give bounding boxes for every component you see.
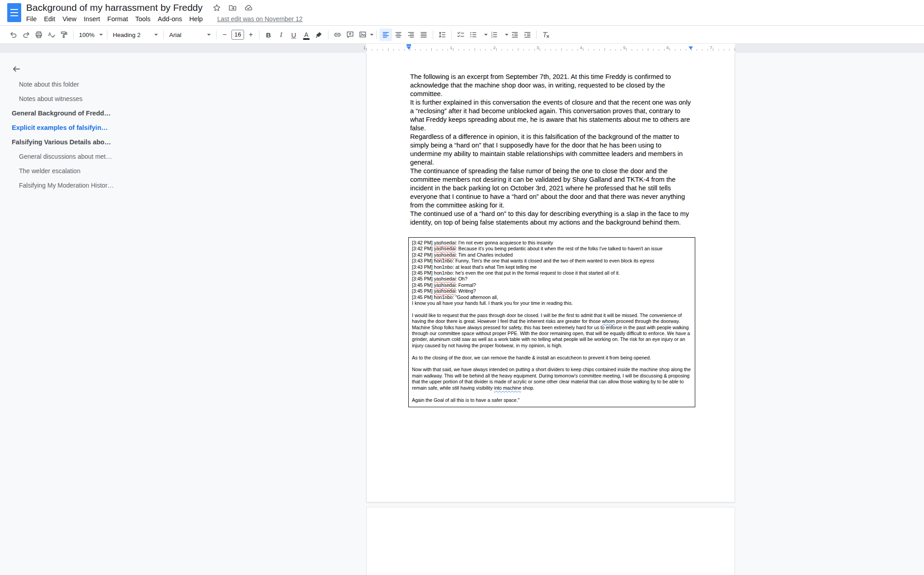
align-right-button[interactable] bbox=[405, 28, 417, 41]
menu-edit[interactable]: Edit bbox=[40, 14, 59, 23]
chat-line: [3:42 PM] yashsedai: I'm not ever gonna … bbox=[412, 240, 692, 246]
zoom-select[interactable]: 100% bbox=[76, 28, 104, 41]
chat-line: [3:42 PM] yashsedai: Because it's you be… bbox=[412, 246, 692, 252]
outline-item-falsifying-various-details-a[interactable]: Falsifying Various Details abo… bbox=[12, 138, 206, 147]
chevron-down-icon[interactable] bbox=[484, 34, 488, 36]
star-icon[interactable] bbox=[213, 4, 221, 12]
toolbar-separator bbox=[259, 30, 259, 39]
body-paragraph: The continuance of spreading the false r… bbox=[410, 167, 692, 210]
ruler-number: 1 bbox=[450, 45, 452, 50]
chat-text: : Tim and Charles included bbox=[456, 252, 513, 258]
clear-formatting-button[interactable] bbox=[540, 28, 552, 41]
back-arrow-icon bbox=[12, 64, 21, 74]
left-indent-marker[interactable] bbox=[407, 46, 411, 50]
document-page-1[interactable]: The following is an excerpt from Septemb… bbox=[366, 52, 735, 502]
bullet-list-button[interactable] bbox=[467, 28, 480, 41]
chat-text: [3:42 PM] bbox=[412, 252, 434, 258]
chat-line: I know you all have your hands full. I t… bbox=[412, 300, 692, 306]
chat-line: [3:45 PM] yashsedai: Oh? bbox=[412, 276, 692, 282]
outline-item-label: The welder escalation bbox=[19, 167, 80, 175]
toolbar-separator bbox=[451, 30, 452, 39]
chat-line: [3:43 PM] hon1nbo: Funny, Tim's the one … bbox=[412, 258, 692, 264]
outline-item-note-about-this-folder[interactable]: Note about this folder bbox=[12, 80, 206, 89]
docs-logo-icon[interactable] bbox=[7, 3, 21, 22]
misspelled-word: yashsedai bbox=[434, 246, 456, 251]
redo-button[interactable] bbox=[20, 28, 32, 41]
chevron-down-icon bbox=[154, 34, 158, 36]
menu-format[interactable]: Format bbox=[104, 14, 132, 23]
highlight-color-button[interactable] bbox=[313, 28, 325, 41]
outline-item-general-background-of-fredd-[interactable]: General Background of Fredd… bbox=[12, 109, 206, 118]
outline-item-explicit-examples-of-falsify[interactable]: Explicit examples of falsifyin… bbox=[12, 123, 206, 132]
chevron-down-icon bbox=[99, 34, 103, 36]
paint-format-button[interactable] bbox=[58, 28, 70, 41]
document-page-2[interactable] bbox=[366, 507, 735, 575]
ruler-number: 1 bbox=[363, 45, 365, 50]
body-paragraph: The following is an excerpt from Septemb… bbox=[410, 73, 692, 98]
print-button[interactable] bbox=[32, 28, 45, 41]
document-title[interactable]: Background of my harrassment by Freddy bbox=[26, 2, 203, 13]
line-spacing-button[interactable] bbox=[436, 28, 448, 41]
close-outline-button[interactable] bbox=[11, 64, 22, 74]
font-size-decrease-button[interactable]: − bbox=[219, 29, 230, 40]
menu-view[interactable]: View bbox=[59, 14, 80, 23]
chevron-down-icon[interactable] bbox=[370, 34, 374, 36]
bold-button[interactable]: B bbox=[262, 28, 275, 41]
decrease-indent-button[interactable] bbox=[508, 28, 521, 41]
chat-text: Again the Goal of all this is to have a … bbox=[412, 397, 519, 403]
outline-item-the-welder-escalation[interactable]: The welder escalation bbox=[12, 166, 206, 175]
misspelled-word: yashsedai bbox=[434, 240, 456, 245]
font-size-increase-button[interactable]: + bbox=[245, 29, 256, 40]
menu-help[interactable]: Help bbox=[186, 14, 207, 23]
paragraph-style-select[interactable]: Heading 2 bbox=[110, 28, 161, 41]
outline-item-general-discussions-about-me[interactable]: General discussions about met… bbox=[12, 152, 206, 161]
undo-button[interactable] bbox=[7, 28, 20, 41]
text-color-button[interactable]: A bbox=[300, 28, 313, 41]
chat-text: I know you all have your hands full. I t… bbox=[412, 300, 573, 306]
cloud-saved-icon[interactable] bbox=[244, 4, 253, 12]
ruler-number: 2 bbox=[493, 45, 495, 50]
align-left-button[interactable] bbox=[379, 28, 392, 41]
chat-text: [3:45 PM] hon1nbo: he's even the one tha… bbox=[412, 270, 620, 276]
ruler: 11234567 bbox=[0, 43, 924, 53]
editor-area: Note about this folderNotes about witnes… bbox=[0, 53, 924, 575]
increase-indent-button[interactable] bbox=[521, 28, 534, 41]
chat-text: Now with that said, we have always inten… bbox=[412, 367, 691, 390]
chat-line: [3:45 PM] yashsedai: Writing? bbox=[412, 288, 692, 294]
insert-image-button[interactable] bbox=[356, 28, 369, 41]
chat-line: As to the closing of the door, we can re… bbox=[412, 355, 692, 361]
right-indent-marker[interactable] bbox=[688, 46, 693, 50]
font-size-input[interactable]: 16 bbox=[231, 30, 244, 40]
chevron-down-icon[interactable] bbox=[505, 34, 508, 36]
outline-item-falsifying-my-moderation-his[interactable]: Falsifying My Moderation Histor… bbox=[12, 181, 206, 190]
chat-text: : I'm not ever gonna acquiesce to this i… bbox=[456, 240, 553, 245]
toolbar-separator bbox=[376, 30, 377, 39]
menu-tools[interactable]: Tools bbox=[132, 14, 154, 23]
align-center-button[interactable] bbox=[392, 28, 405, 41]
checklist-button[interactable] bbox=[454, 28, 467, 41]
spell-check-button[interactable]: A bbox=[45, 28, 58, 41]
add-comment-button[interactable] bbox=[344, 28, 356, 41]
outline-item-label: General discussions about met… bbox=[19, 153, 112, 160]
font-select[interactable]: Arial bbox=[166, 28, 213, 41]
italic-button[interactable]: I bbox=[275, 28, 287, 41]
misspelled-word: yashsedai bbox=[434, 252, 456, 258]
menu-insert[interactable]: Insert bbox=[80, 14, 104, 23]
chat-blank-line bbox=[412, 361, 692, 367]
ruler-number: 5 bbox=[623, 45, 625, 50]
menu-add-ons[interactable]: Add-ons bbox=[154, 14, 186, 23]
outline-item-notes-about-witnesses[interactable]: Notes about witnesses bbox=[12, 94, 206, 103]
move-folder-icon[interactable] bbox=[228, 4, 237, 12]
chat-line: [3:43 PM] hon1nbo: at least that's what … bbox=[412, 264, 692, 270]
insert-link-button[interactable] bbox=[331, 28, 344, 41]
body-paragraph: The continued use of a “hard on” to this… bbox=[410, 210, 692, 227]
grammar-flagged-word: into machine bbox=[494, 385, 522, 391]
menu-file[interactable]: File bbox=[23, 14, 40, 23]
numbered-list-button[interactable]: 123 bbox=[488, 28, 500, 41]
underline-button[interactable]: U bbox=[287, 28, 300, 41]
first-line-indent-marker[interactable] bbox=[407, 44, 411, 46]
document-body: The following is an excerpt from Septemb… bbox=[410, 73, 692, 407]
outline-item-label: Note about this folder bbox=[19, 81, 79, 88]
justify-button[interactable] bbox=[417, 28, 430, 41]
last-edit-link[interactable]: Last edit was on November 12 bbox=[217, 15, 302, 23]
